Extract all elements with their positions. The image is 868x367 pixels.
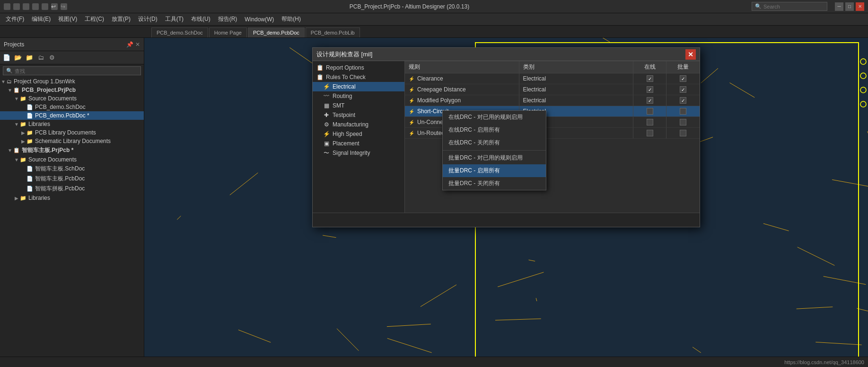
menu-item-6[interactable]: 工具(T) <box>161 14 187 25</box>
drc-table-row-0[interactable]: ⚡ClearanceElectrical <box>405 73 700 84</box>
titlebar-search-box[interactable]: 🔍 <box>752 2 827 11</box>
drc-tree-item-manufacturing[interactable]: ⚙Manufacturing <box>313 120 404 129</box>
sidebar-item-pcblib[interactable]: ▶📁PCB Library Documents <box>0 128 144 137</box>
drc-tree-item-placement[interactable]: ▣Placement <box>313 139 404 148</box>
maximize-button[interactable]: □ <box>845 2 854 11</box>
sidebar-item-src_docs2[interactable]: ▼📁Source Documents <box>0 155 144 164</box>
menubar: 文件(F)编辑(E)视图(V)工程(C)放置(P)设计(D)工具(T)布线(U)… <box>0 13 868 26</box>
context-menu-item-batch_disable_all[interactable]: 批量DRC - 关闭所有 <box>443 177 546 190</box>
drc-online-checkbox-1[interactable] <box>647 86 653 93</box>
sidebar-item-pg1[interactable]: ▼🗂Project Group 1.DsnWrk <box>0 77 144 86</box>
tree-arrow-pcb_proj: ▼ <box>7 88 13 93</box>
menu-item-2[interactable]: 视图(V) <box>54 14 81 25</box>
sidebar-search-input[interactable] <box>15 68 119 74</box>
minimize-button[interactable]: ─ <box>835 2 843 11</box>
drc-tree-item-signal_integrity[interactable]: 〜Signal Integrity <box>313 148 404 158</box>
drc-batch-checkbox-0[interactable] <box>680 75 686 82</box>
tree-label-pcb_doc: PCB_demo.PcbDoc * <box>35 112 89 119</box>
search-icon: 🔍 <box>755 3 762 9</box>
tree-label-schlib: Schematic Library Documents <box>35 138 111 144</box>
drc-row-icon-4: ⚡ <box>409 120 414 125</box>
drc-batch-checkbox-2[interactable] <box>680 97 686 104</box>
drc-tree-item-high_speed[interactable]: ⚡High Speed <box>313 129 404 139</box>
tree-icon-zn_sch: 📄 <box>26 166 33 172</box>
undo-icon[interactable]: ↩ <box>51 3 58 10</box>
menu-item-9[interactable]: Window(W) <box>241 15 278 24</box>
drc-tree-icon-signal_integrity: 〜 <box>323 150 330 156</box>
tree-icon-zn_pcb: 📄 <box>26 176 33 182</box>
drc-batch-checkbox-3[interactable] <box>680 108 686 115</box>
sidebar-item-zn_proj[interactable]: ▼📋智能车主板.PrjPcb * <box>0 145 144 155</box>
drc-dialog-title: 设计规则检查器 [mil] <box>316 50 372 59</box>
settings-button[interactable]: ⚙ <box>47 53 57 63</box>
sidebar-item-pcb_proj[interactable]: ▼📋PCB_Project.PrjPcb <box>0 86 144 94</box>
sidebar-item-libs2[interactable]: ▶📁Libraries <box>0 194 144 202</box>
drc-batch-checkbox-5[interactable] <box>680 130 686 136</box>
new-button[interactable]: 📄 <box>2 53 11 63</box>
drc-table-row-2[interactable]: ⚡Modified PolygonElectrical <box>405 95 700 106</box>
context-menu-item-online_enable_used[interactable]: 在线DRC - 对已用的规则启用 <box>443 111 546 124</box>
titlebar-search-input[interactable] <box>763 4 820 9</box>
context-menu-item-online_enable_all[interactable]: 在线DRC - 启用所有 <box>443 124 546 136</box>
tree-icon-pcblib: 📁 <box>26 130 33 136</box>
drc-close-button[interactable]: ✕ <box>685 49 696 60</box>
drc-tree-item-electrical[interactable]: ⚡Electrical <box>313 82 404 91</box>
sidebar-pin-icon[interactable]: 📌 <box>126 41 133 48</box>
drc-batch-checkbox-4[interactable] <box>680 119 686 125</box>
drc-tree-item-smt[interactable]: ▦SMT <box>313 101 404 110</box>
menu-item-3[interactable]: 工程(C) <box>81 14 108 25</box>
sidebar-close-icon[interactable]: ✕ <box>135 41 140 48</box>
open-button[interactable]: 📂 <box>13 53 23 63</box>
drc-tree-label-signal_integrity: Signal Integrity <box>333 150 370 156</box>
menu-item-7[interactable]: 布线(U) <box>187 14 214 25</box>
sidebar-item-libs1[interactable]: ▼📁Libraries <box>0 120 144 128</box>
drc-table-row-1[interactable]: ⚡Creepage DistanceElectrical <box>405 84 700 95</box>
drc-tree-panel: 📋Report Options📋Rules To Check⚡Electrica… <box>313 61 405 213</box>
sidebar-item-src_docs1[interactable]: ▼📁Source Documents <box>0 94 144 103</box>
close-button[interactable]: ✕ <box>856 2 864 11</box>
sidebar-item-sch_doc[interactable]: 📄PCB_demo.SchDoc <box>0 103 144 111</box>
drc-class-label-2: Electrical <box>519 95 634 106</box>
sidebar-item-pcb_doc[interactable]: 📄PCB_demo.PcbDoc * <box>0 111 144 120</box>
drc-online-checkbox-0[interactable] <box>647 75 653 82</box>
window-controls: ─ □ ✕ <box>835 2 864 11</box>
sidebar-item-zn_pcb2[interactable]: 📄智能车拼板.PcbDoc <box>0 184 144 194</box>
menu-item-1[interactable]: 编辑(E) <box>28 14 54 25</box>
drc-tree-item-testpoint[interactable]: ✚Testpoint <box>313 110 404 120</box>
tab-0[interactable]: PCB_demo.SchDoc <box>151 27 208 37</box>
folder2-button[interactable]: 🗂 <box>36 53 45 63</box>
drc-online-checkbox-3[interactable] <box>647 108 653 115</box>
drc-tree-item-rules_to_check[interactable]: 📋Rules To Check <box>313 72 404 82</box>
drc-online-checkbox-2[interactable] <box>647 97 653 104</box>
drc-batch-checkbox-1[interactable] <box>680 86 686 93</box>
sidebar-item-zn_sch[interactable]: 📄智能车主板.SchDoc <box>0 164 144 174</box>
drc-online-checkbox-5[interactable] <box>647 130 653 136</box>
drc-tree-label-manufacturing: Manufacturing <box>333 121 368 128</box>
tab-2[interactable]: PCB_demo.PcbDoc <box>248 27 305 37</box>
menu-item-5[interactable]: 设计(D) <box>134 14 161 25</box>
context-menu-item-online_disable_all[interactable]: 在线DRC - 关闭所有 <box>443 136 546 149</box>
drc-row-icon-1: ⚡ <box>409 87 414 92</box>
sidebar-search-box[interactable]: 🔍 <box>3 66 141 75</box>
drc-tree-item-report_options[interactable]: 📋Report Options <box>313 63 404 72</box>
menu-item-10[interactable]: 帮助(H) <box>278 14 305 25</box>
tab-3[interactable]: PCB_demo.PcbLib <box>306 27 360 37</box>
folder-button[interactable]: 📁 <box>25 53 34 63</box>
drc-tree-label-placement: Placement <box>333 140 359 147</box>
tree-arrow-src_docs2: ▼ <box>13 157 20 162</box>
drc-tree-item-routing[interactable]: 〰Routing <box>313 91 404 101</box>
sidebar-item-schlib[interactable]: ▶📁Schematic Library Documents <box>0 137 144 145</box>
drc-rule-label-2: Modified Polygon <box>417 97 461 104</box>
tab-1[interactable]: Home Page <box>209 27 247 37</box>
menu-item-4[interactable]: 放置(P) <box>108 14 134 25</box>
menu-item-8[interactable]: 报告(R) <box>214 14 241 25</box>
menu-item-0[interactable]: 文件(F) <box>2 14 28 25</box>
context-menu-item-batch_enable_used[interactable]: 批量DRC - 对已用的规则启用 <box>443 152 546 164</box>
sidebar-item-zn_pcb[interactable]: 📄智能车主板.PcbDoc <box>0 174 144 184</box>
app-icon3 <box>23 3 29 10</box>
drc-online-checkbox-4[interactable] <box>647 119 653 125</box>
drc-tree-icon-testpoint: ✚ <box>323 112 330 118</box>
context-menu-item-batch_enable_all[interactable]: 批量DRC - 启用所有 <box>443 164 546 177</box>
tree-label-libs1: Libraries <box>28 121 50 127</box>
redo-icon[interactable]: ↪ <box>61 3 67 10</box>
